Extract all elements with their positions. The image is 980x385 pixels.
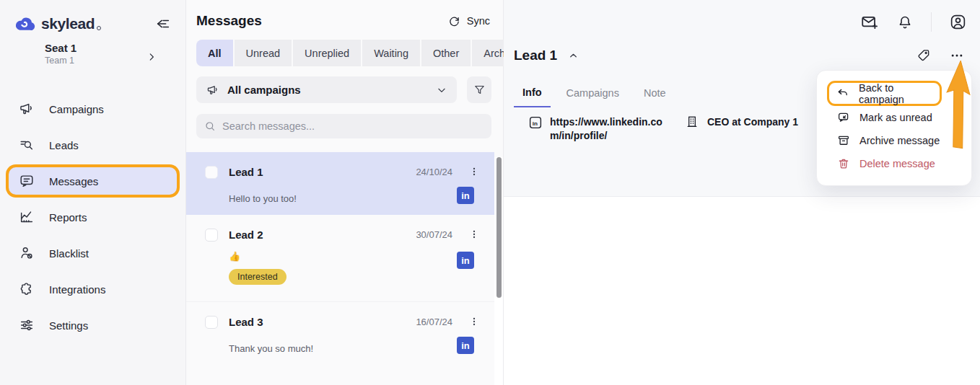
chat-bubble-icon bbox=[19, 173, 35, 189]
mail-plus-icon bbox=[860, 13, 879, 32]
megaphone-icon bbox=[206, 84, 219, 97]
chevron-right-icon bbox=[146, 52, 157, 62]
more-options-button[interactable] bbox=[950, 48, 964, 63]
linkedin-outline-icon: in bbox=[529, 116, 542, 129]
tab-all[interactable]: All bbox=[196, 40, 233, 66]
thread-checkbox[interactable] bbox=[205, 166, 218, 179]
sidebar-item-label: Reports bbox=[49, 211, 87, 224]
trash-icon bbox=[837, 157, 850, 170]
thread-date: 30/07/24 bbox=[416, 229, 452, 240]
thread-name: Lead 1 bbox=[229, 166, 416, 178]
sliders-icon bbox=[19, 317, 35, 333]
chart-icon bbox=[19, 209, 35, 225]
sidebar-item-messages[interactable]: Messages bbox=[9, 167, 177, 195]
scrollbar-thumb[interactable] bbox=[496, 157, 502, 298]
interested-tag-badge: Interested bbox=[229, 269, 286, 285]
bell-icon bbox=[896, 14, 914, 31]
tab-unreplied[interactable]: Unreplied bbox=[293, 40, 361, 66]
sidebar-item-blacklist[interactable]: Blacklist bbox=[0, 235, 185, 271]
thread-row-lead-3[interactable]: Lead 3 16/07/24 Thank you so much! in bbox=[186, 301, 494, 365]
sidebar-item-label: Settings bbox=[49, 319, 88, 332]
sidebar-item-label: Messages bbox=[49, 175, 98, 187]
leads-search-icon bbox=[19, 137, 35, 153]
lead-name-title: Lead 1 bbox=[514, 48, 557, 63]
user-block-icon bbox=[19, 245, 35, 261]
sidebar-item-reports[interactable]: Reports bbox=[0, 199, 185, 235]
lead-detail-tabs: Info Campaigns Note bbox=[514, 87, 682, 107]
svg-text:in: in bbox=[533, 120, 538, 127]
logo: skylead bbox=[14, 12, 171, 36]
thread-preview: Hello to you too! bbox=[229, 193, 297, 204]
tag-icon bbox=[916, 48, 931, 63]
account-button[interactable] bbox=[949, 13, 967, 31]
sidebar-item-integrations[interactable]: Integrations bbox=[0, 271, 185, 307]
menu-item-mark-as-unread[interactable]: Mark as unread bbox=[817, 106, 971, 129]
search-messages-input[interactable] bbox=[222, 120, 484, 132]
funnel-icon bbox=[473, 84, 486, 96]
notifications-button[interactable] bbox=[896, 14, 914, 31]
lead-occupation: CEO at Company 1 bbox=[707, 116, 798, 128]
filter-button[interactable] bbox=[467, 76, 491, 103]
collapse-sidebar-icon bbox=[155, 16, 171, 32]
lead-detail-panel: Lead 1 bbox=[504, 0, 980, 385]
tab-other[interactable]: Other bbox=[421, 40, 471, 66]
campaign-filter-value: All campaigns bbox=[227, 84, 429, 96]
lead-linkedin-url[interactable]: https://www.linkedin.com/in/profile/ bbox=[550, 115, 665, 143]
thread-date: 24/10/24 bbox=[416, 167, 452, 177]
tab-note[interactable]: Note bbox=[635, 87, 675, 107]
sidebar-nav: Campaigns Leads bbox=[0, 91, 185, 343]
undo-arrow-icon bbox=[836, 87, 849, 100]
collapse-lead-details-button[interactable] bbox=[568, 50, 579, 61]
linkedin-badge-icon: in bbox=[457, 252, 474, 269]
user-icon bbox=[949, 13, 967, 31]
thread-row-lead-1[interactable]: Lead 1 24/10/24 Hello to you too! in bbox=[186, 152, 494, 215]
messages-panel: Messages Sync All Unread Unreplied Waiti… bbox=[186, 0, 504, 385]
tag-lead-button[interactable] bbox=[916, 48, 931, 63]
company-building-icon bbox=[686, 115, 699, 128]
sidebar-item-label: Integrations bbox=[49, 283, 105, 296]
menu-item-archive-message[interactable]: Archive message bbox=[817, 129, 971, 152]
menu-item-back-to-campaign[interactable]: Back to campaign bbox=[827, 81, 942, 106]
ellipsis-icon bbox=[950, 48, 964, 63]
thread-name: Lead 3 bbox=[229, 316, 416, 328]
logo-dot bbox=[97, 26, 101, 30]
messages-title: Messages bbox=[196, 13, 262, 29]
top-bar-divider bbox=[931, 12, 932, 32]
lead-info-row: in https://www.linkedin.com/in/profile/ bbox=[529, 115, 798, 143]
chevron-up-icon bbox=[568, 50, 579, 61]
chat-unread-icon bbox=[837, 111, 850, 124]
thread-checkbox[interactable] bbox=[205, 229, 218, 242]
skylead-cloud-logo-icon bbox=[14, 15, 36, 32]
scrollbar-track bbox=[494, 157, 503, 385]
top-bar bbox=[860, 12, 967, 32]
sync-button[interactable]: Sync bbox=[448, 15, 490, 27]
tab-campaigns[interactable]: Campaigns bbox=[558, 87, 628, 107]
thread-checkbox[interactable] bbox=[205, 316, 218, 329]
tab-waiting[interactable]: Waiting bbox=[362, 40, 420, 66]
menu-item-label: Back to campaign bbox=[859, 82, 940, 105]
collapse-sidebar-button[interactable] bbox=[155, 16, 171, 32]
thread-row-lead-2[interactable]: Lead 2 30/07/24 👍 Interested in bbox=[186, 215, 494, 301]
thread-preview: 👍 bbox=[229, 251, 240, 262]
linkedin-badge-icon: in bbox=[457, 337, 474, 354]
thread-kebab-menu-icon[interactable] bbox=[467, 314, 481, 329]
skylead-app: skylead Seat 1 Team 1 bbox=[0, 0, 980, 385]
thread-kebab-menu-icon[interactable] bbox=[467, 227, 481, 242]
compose-mail-button[interactable] bbox=[860, 13, 879, 32]
sidebar-item-label: Campaigns bbox=[49, 103, 104, 115]
thread-kebab-menu-icon[interactable] bbox=[467, 164, 481, 179]
sidebar-item-campaigns[interactable]: Campaigns bbox=[0, 91, 185, 127]
campaign-filter-dropdown[interactable]: All campaigns bbox=[196, 76, 457, 103]
menu-item-label: Mark as unread bbox=[859, 112, 932, 123]
sidebar-item-settings[interactable]: Settings bbox=[0, 307, 185, 343]
megaphone-icon bbox=[19, 101, 35, 117]
sidebar-item-leads[interactable]: Leads bbox=[0, 127, 185, 163]
tab-unread[interactable]: Unread bbox=[235, 40, 292, 66]
menu-item-delete-message[interactable]: Delete message bbox=[817, 152, 971, 175]
message-options-menu: Back to campaign Mark as unread bbox=[816, 70, 972, 186]
menu-item-label: Archive message bbox=[859, 135, 940, 146]
sync-label: Sync bbox=[467, 15, 490, 27]
tab-info[interactable]: Info bbox=[514, 87, 551, 107]
search-messages-box bbox=[196, 114, 491, 138]
seat-selector[interactable]: Seat 1 Team 1 bbox=[45, 42, 174, 66]
